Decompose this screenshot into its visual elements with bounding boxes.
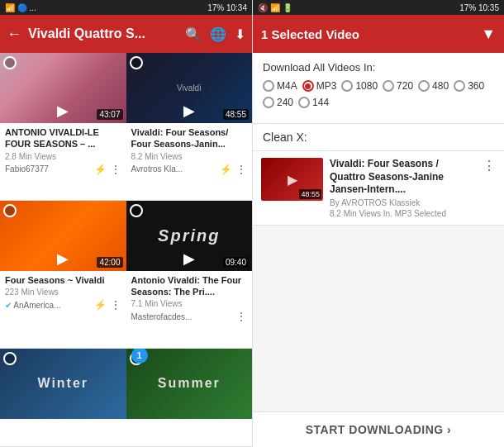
format-mp3-label: MP3 [316, 80, 337, 92]
format-720[interactable]: 720 [383, 80, 413, 92]
card-info: Vivaldi: Four Seasons / Quattro Seasons-… [330, 158, 476, 218]
video-author-row: Avrotros Kla... ⚡ ⋮ [131, 163, 248, 176]
right-content: Download All Videos In: M4A MP3 1080 [253, 53, 504, 411]
duration-badge: 48:55 [223, 109, 249, 120]
video-info [0, 419, 126, 424]
status-battery-time-left: 17% 10:34 [207, 3, 247, 12]
video-views: 223 Min Views [5, 288, 121, 297]
lightning-icon: ⚡ [94, 299, 107, 311]
select-circle[interactable] [3, 352, 17, 365]
list-item[interactable]: Summer 1 [126, 349, 253, 447]
status-left-icons: 📶 🔵 ... [5, 3, 36, 12]
video-views: 8.2 Min Views [131, 152, 248, 161]
status-right-icons: 🔇 📶 🔋 [258, 3, 292, 12]
format-480-label: 480 [432, 80, 449, 92]
more-options-icon[interactable]: ⋮ [235, 310, 247, 323]
video-author: Fabio67377 [5, 164, 49, 174]
format-1080-label: 1080 [355, 80, 378, 92]
play-icon: ▶ [57, 250, 69, 268]
format-mp3[interactable]: MP3 [302, 80, 337, 92]
header-left: ← Vivaldi Quattro S... 🔍 🌐 ⬇ [0, 15, 252, 53]
globe-icon[interactable]: 🌐 [210, 26, 226, 42]
video-thumb: 42:00 ▶ [0, 201, 126, 271]
more-options-icon[interactable]: ⋮ [235, 163, 247, 176]
video-info: Vivaldi: Four Seasons/ Four Seasons-Jani… [126, 123, 253, 178]
download-all-label: Download All Videos In: [263, 61, 494, 74]
radio-144[interactable] [298, 97, 310, 108]
select-circle[interactable] [130, 204, 143, 217]
clean-label: Clean X: [263, 131, 307, 144]
search-icon[interactable]: 🔍 [185, 26, 202, 42]
header-right: 1 Selected Video ▼ [253, 15, 504, 53]
list-item[interactable]: 42:00 ▶ Four Seasons ~ Vivaldi 223 Min V… [0, 201, 126, 349]
play-icon: ▶ [183, 250, 195, 268]
video-info: ANTONIO VIVALDI-LE FOUR SEASONS – ... 2.… [0, 123, 126, 178]
play-icon: ▶ [57, 102, 69, 120]
radio-mp3[interactable] [302, 80, 314, 92]
video-title: ANTONIO VIVALDI-LE FOUR SEASONS – ... [5, 126, 121, 150]
author-icons: ⚡ ⋮ [94, 298, 121, 311]
radio-360[interactable] [454, 80, 465, 92]
format-144[interactable]: 144 [298, 97, 329, 108]
thumb-bg: Winter [0, 349, 126, 419]
select-circle[interactable] [3, 204, 17, 217]
list-item[interactable]: Vivaldi 48:55 ▶ Vivaldi: Four Seasons/ F… [126, 53, 253, 201]
header-icons: 🔍 🌐 ⬇ [185, 26, 245, 42]
video-author: Avrotros Kla... [131, 164, 183, 174]
author-icons: ⋮ [235, 310, 247, 323]
radio-mp3-inner [305, 83, 311, 89]
list-item[interactable]: Spring 09:40 ▶ Antonio Vivaldi: The Four… [126, 201, 253, 349]
format-240[interactable]: 240 [263, 97, 293, 108]
select-circle[interactable] [3, 56, 17, 69]
format-480[interactable]: 480 [418, 80, 449, 92]
download-icon[interactable]: ⬇ [235, 26, 245, 42]
card-play-icon: ▶ [288, 172, 297, 188]
duration-badge: 09:40 [223, 257, 249, 268]
page-title: Vivaldi Quattro S... [28, 26, 178, 41]
duration-badge: 42:00 [97, 257, 122, 268]
card-title: Vivaldi: Four Seasons / Quattro Seasons-… [330, 158, 476, 197]
radio-1080[interactable] [341, 80, 353, 92]
format-144-label: 144 [312, 97, 329, 108]
selected-video-count: 1 Selected Video [261, 27, 359, 41]
format-240-label: 240 [277, 97, 293, 108]
radio-720[interactable] [383, 80, 394, 92]
author-icons: ⚡ ⋮ [94, 163, 121, 176]
status-bar-left: 📶 🔵 ... 17% 10:34 [0, 0, 252, 15]
more-options-icon[interactable]: ⋮ [110, 298, 121, 311]
video-thumb: 43:07 ▶ [0, 53, 126, 123]
video-thumb: Spring 09:40 ▶ [126, 201, 253, 271]
lightning-icon: ⚡ [94, 164, 107, 175]
video-author: ✔ AnAmerica... [5, 301, 60, 310]
more-options-icon[interactable]: ⋮ [110, 163, 121, 176]
start-download-button[interactable]: START DOWNLOADING › [306, 423, 451, 436]
select-circle[interactable] [130, 56, 143, 69]
status-battery-time-right: 17% 10:35 [459, 3, 499, 12]
radio-480[interactable] [418, 80, 430, 92]
video-thumb: Summer 1 [126, 349, 253, 419]
format-720-label: 720 [397, 80, 413, 92]
card-more-icon[interactable]: ⋮ [483, 158, 496, 174]
format-1080[interactable]: 1080 [341, 80, 378, 92]
format-options: M4A MP3 1080 720 [263, 80, 494, 108]
chevron-down-icon[interactable]: ▼ [481, 26, 496, 43]
back-button[interactable]: ← [7, 26, 21, 43]
radio-240[interactable] [263, 97, 274, 108]
video-views: 2.8 Min Views [5, 152, 121, 161]
clean-section: Clean X: [253, 124, 504, 151]
start-download-bar[interactable]: START DOWNLOADING › [253, 411, 504, 447]
format-m4a[interactable]: M4A [263, 80, 297, 92]
left-panel: 📶 🔵 ... 17% 10:34 ← Vivaldi Quattro S...… [0, 0, 252, 447]
video-author: Masterofacdes... [131, 312, 193, 321]
radio-m4a[interactable] [263, 80, 274, 92]
list-item[interactable]: 43:07 ▶ ANTONIO VIVALDI-LE FOUR SEASONS … [0, 53, 126, 201]
list-item[interactable]: Winter [0, 349, 126, 447]
status-bar-right: 🔇 📶 🔋 17% 10:35 [253, 0, 504, 15]
video-title: Four Seasons ~ Vivaldi [5, 274, 121, 286]
selected-video-card: ▶ 48:55 Vivaldi: Four Seasons / Quattro … [253, 151, 504, 226]
select-badge-container: 1 [130, 352, 143, 365]
format-360[interactable]: 360 [454, 80, 484, 92]
format-m4a-label: M4A [277, 80, 297, 92]
card-author: By AVROTROS Klassiek [330, 198, 476, 207]
spring-text: Spring [158, 226, 220, 245]
